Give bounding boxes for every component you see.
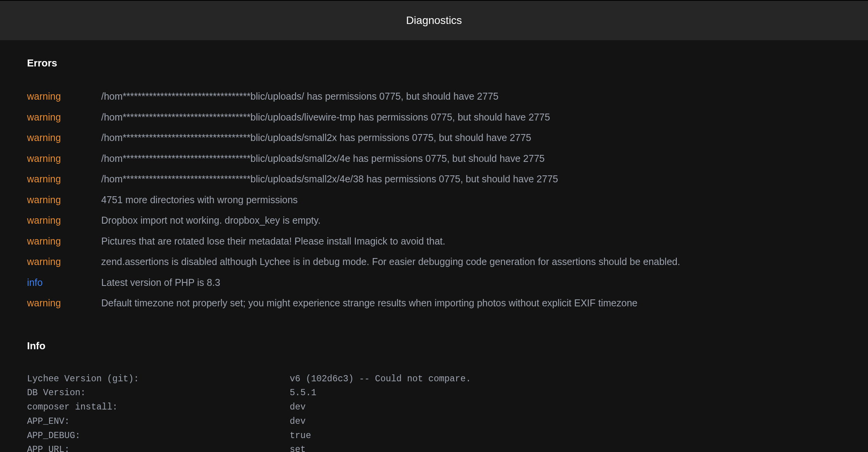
error-level: warning — [27, 234, 101, 249]
info-value: dev — [290, 415, 306, 429]
error-message: /hom**********************************bl… — [101, 172, 558, 187]
error-message: /hom**********************************bl… — [101, 131, 531, 145]
error-level: warning — [27, 193, 101, 207]
info-row: DB Version:5.5.1 — [27, 386, 841, 400]
info-row: Lychee Version (git):v6 (102d6c3) -- Cou… — [27, 372, 841, 386]
error-row: warning/hom*****************************… — [27, 151, 841, 166]
error-row: infoLatest version of PHP is 8.3 — [27, 275, 841, 290]
error-level: warning — [27, 151, 101, 166]
error-row: warningPictures that are rotated lose th… — [27, 234, 841, 249]
error-message: Dropbox import not working. dropbox_key … — [101, 213, 321, 228]
error-row: warningDefault timezone not properly set… — [27, 296, 841, 311]
error-message: /hom**********************************bl… — [101, 110, 550, 125]
errors-list: warning/hom*****************************… — [27, 89, 841, 311]
info-key: composer install: — [27, 400, 290, 415]
info-value: dev — [290, 400, 306, 415]
error-message: 4751 more directories with wrong permiss… — [101, 193, 298, 207]
info-key: Lychee Version (git): — [27, 372, 290, 386]
error-level: warning — [27, 255, 101, 269]
error-row: warning/hom*****************************… — [27, 110, 841, 125]
info-row: APP_ENV:dev — [27, 415, 841, 429]
error-level: warning — [27, 213, 101, 228]
error-level: warning — [27, 131, 101, 145]
info-value: set — [290, 443, 306, 452]
info-value: true — [290, 429, 311, 443]
content-area: Errors warning/hom**********************… — [0, 40, 868, 452]
info-row: composer install:dev — [27, 400, 841, 415]
info-key: APP_URL: — [27, 443, 290, 452]
error-row: warningzend.assertions is disabled altho… — [27, 255, 841, 269]
error-message: Default timezone not properly set; you m… — [101, 296, 637, 311]
error-level: info — [27, 275, 101, 290]
info-value: v6 (102d6c3) -- Could not compare. — [290, 372, 471, 386]
info-key: APP_DEBUG: — [27, 429, 290, 443]
info-row: APP_URL:set — [27, 443, 841, 452]
errors-section-title: Errors — [27, 56, 841, 71]
error-row: warning4751 more directories with wrong … — [27, 193, 841, 207]
error-row: warning/hom*****************************… — [27, 89, 841, 104]
info-key: DB Version: — [27, 386, 290, 400]
error-message: Latest version of PHP is 8.3 — [101, 275, 220, 290]
info-section-title: Info — [27, 338, 841, 353]
info-key: APP_ENV: — [27, 415, 290, 429]
error-level: warning — [27, 89, 101, 104]
page-title: Diagnostics — [0, 12, 868, 29]
info-section: Info Lychee Version (git):v6 (102d6c3) -… — [27, 338, 841, 452]
error-row: warning/hom*****************************… — [27, 131, 841, 145]
error-row: warningDropbox import not working. dropb… — [27, 213, 841, 228]
error-message: zend.assertions is disabled although Lyc… — [101, 255, 680, 269]
info-value: 5.5.1 — [290, 386, 316, 400]
error-level: warning — [27, 296, 101, 311]
info-list: Lychee Version (git):v6 (102d6c3) -- Cou… — [27, 372, 841, 452]
error-message: /hom**********************************bl… — [101, 151, 545, 166]
header-bar: Diagnostics — [0, 0, 868, 40]
error-message: /hom**********************************bl… — [101, 89, 498, 104]
error-message: Pictures that are rotated lose their met… — [101, 234, 445, 249]
info-row: APP_DEBUG:true — [27, 429, 841, 443]
error-level: warning — [27, 172, 101, 187]
error-row: warning/hom*****************************… — [27, 172, 841, 187]
error-level: warning — [27, 110, 101, 125]
